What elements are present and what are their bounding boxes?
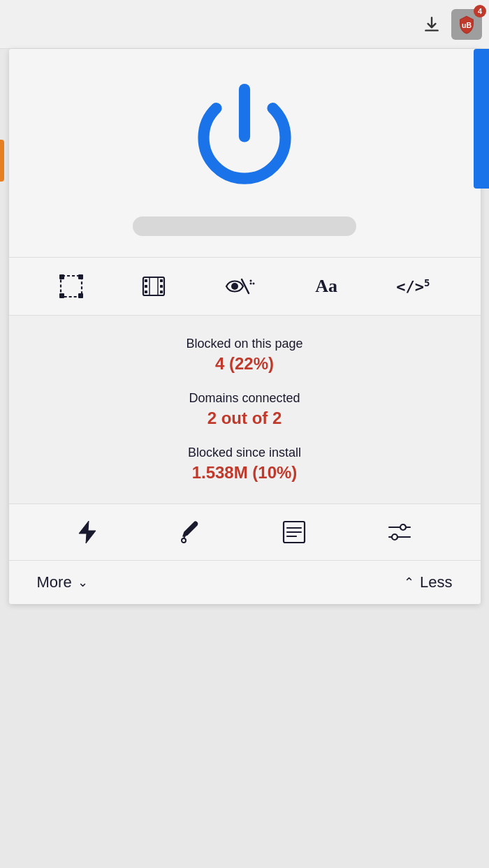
svg-point-27 <box>400 524 406 530</box>
ublock-badge: 4 <box>474 5 486 17</box>
browser-bar: uB 4 <box>0 0 489 49</box>
less-button[interactable]: ⌃ Less <box>404 573 452 591</box>
download-button[interactable] <box>419 12 444 37</box>
svg-point-18 <box>253 283 255 285</box>
url-bar <box>133 216 356 236</box>
stats-section: Blocked on this page 4 (22%) Domains con… <box>9 316 481 504</box>
domains-connected-label: Domains connected <box>23 391 467 406</box>
orange-sidebar-tab <box>0 140 4 182</box>
svg-rect-2 <box>59 274 64 279</box>
footer-section: More ⌄ ⌃ Less <box>9 561 481 604</box>
domains-connected-stat: Domains connected 2 out of 2 <box>23 391 467 428</box>
svg-point-15 <box>231 283 238 290</box>
blocked-since-install-value: 1.538M (10%) <box>23 463 467 483</box>
code-superscript: 5 <box>424 277 430 288</box>
svg-rect-11 <box>160 285 163 288</box>
svg-rect-8 <box>145 285 147 288</box>
blocked-since-install-stat: Blocked since install 1.538M (10%) <box>23 446 467 483</box>
svg-point-19 <box>250 280 252 282</box>
lightning-button[interactable] <box>78 520 97 545</box>
tools-section <box>9 504 481 561</box>
font-button[interactable]: Aa <box>311 272 342 301</box>
svg-rect-3 <box>78 274 83 279</box>
svg-point-29 <box>392 534 397 540</box>
less-label: Less <box>420 573 452 591</box>
svg-rect-5 <box>78 293 83 298</box>
domains-connected-value: 2 out of 2 <box>23 409 467 428</box>
svg-rect-9 <box>145 290 147 293</box>
code-button[interactable]: </>5 <box>392 273 434 300</box>
svg-point-17 <box>250 283 252 285</box>
blue-sidebar-tab <box>474 49 489 189</box>
chevron-up-icon: ⌃ <box>404 575 414 590</box>
filmstrip-button[interactable] <box>138 272 170 301</box>
blocked-on-page-value: 4 (22%) <box>23 354 467 374</box>
svg-rect-7 <box>145 279 147 282</box>
blocked-since-install-label: Blocked since install <box>23 446 467 460</box>
power-button[interactable] <box>182 77 307 216</box>
toolbar-section: Aa </>5 <box>9 258 481 316</box>
power-section <box>9 49 481 258</box>
list-button[interactable] <box>282 520 306 544</box>
blocked-on-page-stat: Blocked on this page 4 (22%) <box>23 337 467 374</box>
svg-rect-10 <box>160 279 163 282</box>
svg-text:uB: uB <box>462 20 472 29</box>
more-button[interactable]: More ⌄ <box>37 573 88 591</box>
ublock-icon-button[interactable]: uB 4 <box>451 9 482 40</box>
popup-container: Aa </>5 Blocked on this page 4 (22%) Dom… <box>9 49 481 604</box>
svg-rect-12 <box>160 290 163 293</box>
eye-tool-button[interactable] <box>220 271 261 302</box>
svg-rect-4 <box>59 293 64 298</box>
more-label: More <box>37 573 72 591</box>
chevron-down-icon: ⌄ <box>78 575 88 590</box>
sliders-button[interactable] <box>388 522 411 543</box>
eyedropper-button[interactable] <box>179 520 200 545</box>
svg-point-20 <box>182 538 186 543</box>
dashed-box-button[interactable] <box>55 270 87 302</box>
blocked-on-page-label: Blocked on this page <box>23 337 467 351</box>
font-label: Aa <box>315 276 337 297</box>
